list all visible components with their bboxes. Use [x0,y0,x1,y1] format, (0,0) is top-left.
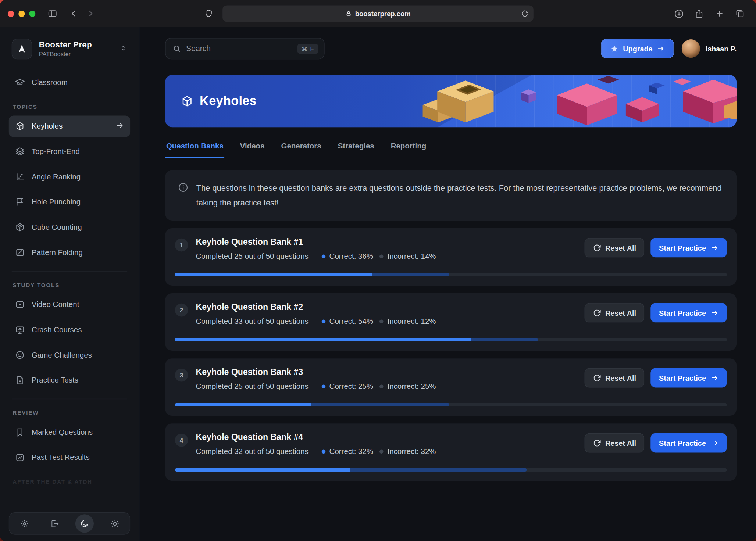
info-banner: The questions in these question banks ar… [165,170,737,220]
profile-menu[interactable]: Ishaan P. [682,39,737,58]
star-icon [610,44,618,53]
card-title: Keyhole Question Bank #2 [196,302,436,312]
question-bank-card: 1 Keyhole Question Bank #1 Completed 25 … [165,228,737,286]
cube-icon [15,121,25,131]
reset-all-button[interactable]: Reset All [584,238,644,257]
sidebar-item-classroom[interactable]: Classroom [9,72,130,93]
reset-all-button[interactable]: Reset All [584,433,644,453]
start-practice-button[interactable]: Start Practice [651,368,727,388]
reset-all-label: Reset All [605,374,636,382]
downloads-icon[interactable] [670,6,687,21]
divider [315,383,315,390]
reload-icon[interactable] [521,10,528,17]
correct-dot [321,319,325,323]
sidebar-item-pattern-folding[interactable]: Pattern Folding [9,242,130,263]
tab-strategies[interactable]: Strategies [337,140,375,158]
arrow-right-icon [711,309,718,316]
settings-gear-icon[interactable] [15,515,33,533]
sidebar-item-keyholes[interactable]: Keyholes [9,115,130,137]
start-practice-button[interactable]: Start Practice [651,238,727,257]
light-mode-sun-icon[interactable] [106,515,124,533]
correct-text: Correct: 54% [329,317,374,326]
reset-all-label: Reset All [605,244,636,252]
divider [315,448,315,455]
share-icon[interactable] [691,6,707,21]
forward-button[interactable] [82,6,99,21]
progress-bar [175,338,727,341]
progress-bar [175,468,727,472]
bookmark-icon [15,427,25,437]
incorrect-dot [379,254,384,258]
fold-square-icon [15,248,25,257]
correct-dot [321,385,325,389]
section-header-review: REVIEW [13,410,126,416]
cube-stack-icon [15,222,25,232]
reset-all-label: Reset All [605,309,636,317]
sidebar-item-label: Top-Front-End [32,147,80,156]
logout-icon[interactable] [45,515,64,533]
tab-reporting[interactable]: Reporting [390,140,427,158]
reset-all-button[interactable]: Reset All [584,303,644,323]
sidebar-item-angle-ranking[interactable]: Angle Ranking [9,166,130,187]
sidebar-item-top-front-end[interactable]: Top-Front-End [9,141,130,162]
back-button[interactable] [65,6,82,21]
minimize-window-button[interactable] [18,10,25,17]
reset-all-button[interactable]: Reset All [584,368,644,388]
start-practice-button[interactable]: Start Practice [651,433,727,453]
new-tab-icon[interactable] [711,6,728,21]
sidebar-item-practice-tests[interactable]: Practice Tests [9,370,130,391]
correct-dot [321,254,325,258]
upgrade-button[interactable]: Upgrade [601,39,674,58]
monitor-icon [15,325,25,334]
progress-correct [175,273,374,276]
layers-icon [15,147,25,156]
sidebar-item-label: Past Test Results [32,453,90,462]
tab-question-banks[interactable]: Question Banks [165,140,224,158]
tab-bar: Question Banks Videos Generators Strateg… [165,140,737,158]
address-bar[interactable]: boosterprep.com [222,6,534,22]
document-icon [15,375,25,385]
sidebar-item-hole-punching[interactable]: Hole Punching [9,191,130,213]
question-bank-card: 2 Keyhole Question Bank #2 Completed 33 … [165,293,737,351]
zoom-window-button[interactable] [29,10,35,17]
tab-videos[interactable]: Videos [239,140,265,158]
card-number: 2 [175,304,188,317]
tab-overview-icon[interactable] [732,6,748,21]
sidebar-item-marked-questions[interactable]: Marked Questions [9,422,130,443]
sidebar-item-video-content[interactable]: Video Content [9,294,130,315]
divider [315,318,315,325]
sidebar-item-cube-counting[interactable]: Cube Counting [9,216,130,238]
sidebar-toggle-icon[interactable] [44,6,61,21]
card-title: Keyhole Question Bank #1 [196,237,436,247]
start-practice-label: Start Practice [659,309,706,317]
close-window-button[interactable] [8,10,14,17]
sidebar-toolbar [9,512,130,535]
reset-icon [593,309,601,317]
tab-generators[interactable]: Generators [280,140,322,158]
start-practice-button[interactable]: Start Practice [651,303,727,323]
section-header-after-dat: AFTER THE DAT & ATDH [13,479,126,485]
sidebar-item-past-test-results[interactable]: Past Test Results [9,447,130,468]
sidebar-item-label: Angle Ranking [32,172,81,181]
incorrect-text: Incorrect: 32% [387,447,436,456]
progress-incorrect [372,273,449,276]
dark-mode-moon-icon[interactable] [75,515,94,533]
privacy-shield-icon[interactable] [204,9,213,18]
chevron-up-down-icon [120,44,127,54]
arrow-right-icon [657,45,665,53]
question-bank-card: 3 Keyhole Question Bank #3 Completed 25 … [165,358,737,416]
sidebar-item-label: Video Content [32,300,79,309]
divider [12,399,127,399]
workspace-switcher[interactable]: Booster Prep PATBooster [9,38,130,59]
sidebar-item-crash-courses[interactable]: Crash Courses [9,319,130,340]
completed-text: Completed 33 out of 50 questions [196,317,309,326]
hole-punch-icon [15,197,25,207]
avatar[interactable] [682,39,700,58]
progress-bar [175,403,727,406]
search-box[interactable]: ⌘ F [165,38,324,59]
sidebar-item-game-challenges[interactable]: Game Challenges [9,344,130,366]
reset-icon [593,439,601,447]
chart-icon [15,452,25,462]
upgrade-label: Upgrade [623,44,652,53]
search-input[interactable] [186,44,293,53]
